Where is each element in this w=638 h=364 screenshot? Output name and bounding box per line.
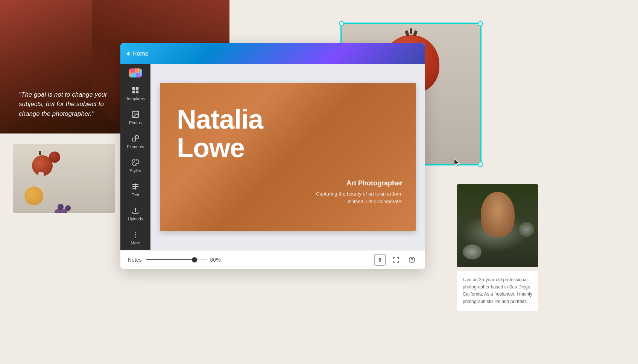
selection-handle-br[interactable] [478,162,483,167]
svg-point-11 [135,232,136,233]
sidebar-item-more[interactable]: More [123,226,148,249]
svg-point-9 [134,161,135,162]
photos-label: Photos [129,120,142,125]
image-icon [131,110,140,119]
chevron-left-icon [126,52,129,56]
svg-rect-2 [132,91,135,93]
svg-point-12 [135,234,136,235]
quote-text: "The goal is not to change your subjects… [19,90,124,119]
text-icon [131,182,140,191]
sidebar-item-text[interactable]: Text [123,178,148,201]
sidebar: Templates Photos Elements [120,64,150,250]
bio-text: I am an 25-year-old professional photogr… [463,276,532,305]
slide-canvas[interactable]: NataliaLowe Art Photographer Capturing t… [160,83,416,231]
svg-point-5 [134,112,135,114]
shapes-icon [131,134,140,143]
sidebar-item-templates[interactable]: Templates [123,82,148,105]
bio-card: I am an 25-year-old professional photogr… [457,271,538,311]
grid-icon [131,86,140,95]
slide-job-title: Art Photographer [316,179,403,187]
zoom-slider-fill [146,259,194,260]
still-life-photo [13,144,115,213]
back-label: Home [132,50,149,57]
slide-title-block: Art Photographer Capturing the beauty of… [316,179,403,205]
slide-name-text: NataliaLowe [177,105,263,162]
selection-handle-tr[interactable] [478,21,483,26]
zoom-slider-container: 80% [146,257,369,263]
portrait-photo [457,184,538,267]
uploads-label: Uploads [128,217,143,221]
svg-rect-3 [136,91,138,93]
slide-tagline: Capturing the beauty of art is an artfor… [316,190,403,205]
sidebar-item-elements[interactable]: Elements [123,130,148,153]
editor-window: Home Templates [120,43,425,269]
zoom-percent: 80% [210,257,221,263]
canvas-area[interactable]: NataliaLowe Art Photographer Capturing t… [150,64,425,250]
notes-label: Notes [128,257,142,263]
sidebar-item-styles[interactable]: Styles [123,154,148,177]
more-label: More [131,241,140,245]
selection-handle-tl[interactable] [339,21,344,26]
zoom-slider-thumb[interactable] [192,257,197,262]
elements-label: Elements [127,144,144,149]
slide-counter[interactable]: 9 [374,254,386,266]
bottom-toolbar: Notes 80% 9 [120,250,425,269]
svg-rect-6 [132,138,135,141]
editor-body: Templates Photos Elements [120,64,425,250]
svg-point-8 [133,162,134,163]
palette-icon [131,158,140,167]
svg-point-10 [135,160,137,161]
zoom-slider-track[interactable] [146,259,207,260]
svg-point-13 [135,237,136,238]
sidebar-item-uploads[interactable]: Uploads [123,202,148,225]
svg-rect-0 [132,87,135,90]
canva-logo[interactable] [129,68,142,77]
sidebar-item-photos[interactable]: Photos [123,106,148,129]
back-button[interactable]: Home [126,50,149,57]
templates-label: Templates [126,96,145,101]
styles-label: Styles [130,168,141,173]
svg-rect-1 [136,87,138,90]
more-icon [131,230,140,239]
slide-up-indicator: ⌃ [285,220,291,228]
text-label: Text [132,193,139,197]
upload-icon [131,206,140,215]
editor-header: Home [120,43,425,64]
help-button[interactable] [406,254,418,265]
fullscreen-button[interactable] [390,254,402,265]
